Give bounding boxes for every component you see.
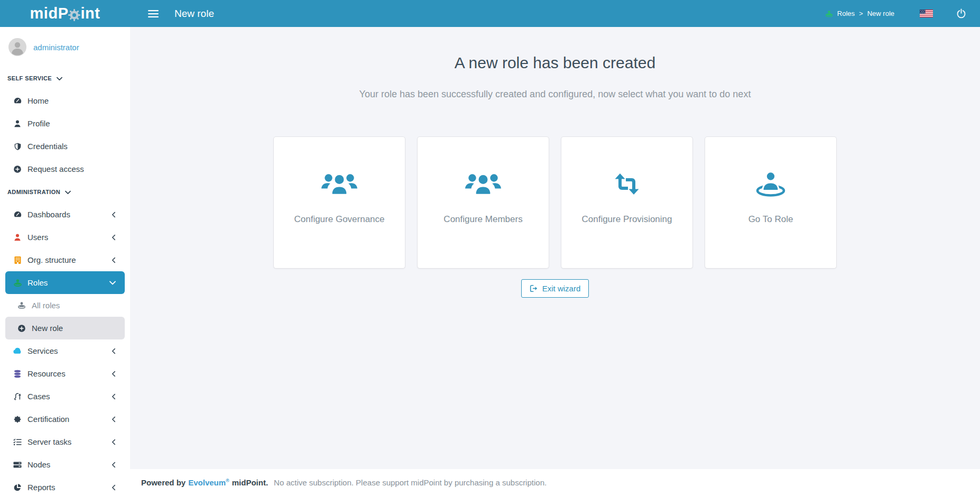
tile-label: Configure Members (443, 214, 522, 225)
tile-configure-governance[interactable]: Configure Governance (273, 136, 405, 269)
chevron-left-icon (112, 257, 116, 263)
evolveum-link[interactable]: Evolveum® (188, 478, 229, 487)
hamburger-menu-icon[interactable] (146, 7, 161, 20)
midpoint-logo[interactable]: midP int (0, 5, 130, 22)
sidebar-item-reports[interactable]: Reports (5, 476, 125, 496)
tile-label: Go To Role (748, 214, 793, 225)
wizard-subheading: Your role has been successfully created … (130, 89, 980, 100)
wizard-tiles: Configure Governance Configure Members (130, 136, 980, 269)
sidebar-item-resources[interactable]: Resources (5, 362, 125, 385)
repeat-icon (609, 163, 644, 205)
chevron-left-icon (112, 393, 116, 400)
main-content: A new role has been created Your role ha… (130, 0, 980, 469)
logout-power-icon[interactable] (955, 7, 967, 20)
seal-icon (12, 415, 23, 424)
user-panel: administrator (0, 27, 130, 67)
footer: Powered by Evolveum® midPoint. No active… (130, 469, 980, 496)
breadcrumb: Roles > New role (825, 10, 894, 17)
tile-label: Configure Governance (294, 214, 384, 225)
sidebar-item-request-access[interactable]: Request access (5, 158, 125, 180)
powered-by-text: Powered by (141, 478, 186, 487)
page-title: New role (174, 8, 214, 20)
tile-configure-members[interactable]: Configure Members (417, 136, 549, 269)
sidebar-item-services[interactable]: Services (5, 339, 125, 362)
sidebar-item-nodes[interactable]: Nodes (5, 453, 125, 476)
chevron-down-icon (65, 190, 71, 195)
role-icon (16, 301, 27, 309)
tile-go-to-role[interactable]: Go To Role (705, 136, 837, 269)
route-icon (12, 392, 23, 401)
user-icon (12, 233, 23, 242)
exit-row: Exit wizard (130, 279, 980, 298)
registered-mark: ® (226, 478, 229, 483)
sidebar-item-cases[interactable]: Cases (5, 385, 125, 408)
section-header-self-service[interactable]: SELF SERVICE (5, 67, 125, 89)
server-icon (12, 461, 23, 469)
sidebar-item-roles[interactable]: Roles (5, 271, 125, 294)
sidebar-item-credentials[interactable]: Credentials (5, 135, 125, 158)
wizard-heading: A new role has been created (130, 53, 980, 73)
chevron-left-icon (112, 416, 116, 422)
sidebar-item-org-structure[interactable]: Org. structure (5, 249, 125, 271)
tachometer-icon (12, 210, 23, 219)
section-header-administration[interactable]: ADMINISTRATION (5, 180, 125, 203)
topbar-right: Roles > New role (825, 7, 980, 20)
product-name: midPoint. (232, 478, 268, 487)
sidebar-item-all-roles[interactable]: All roles (5, 294, 125, 317)
sidebar-item-new-role[interactable]: New role (5, 317, 125, 339)
chevron-left-icon (112, 212, 116, 218)
chevron-left-icon (112, 439, 116, 445)
users-group-icon (320, 163, 359, 205)
sidebar: administrator SELF SERVICE Home Profile … (0, 27, 130, 496)
sidebar-menu: SELF SERVICE Home Profile Credentials Re… (0, 67, 130, 496)
subscription-message: No active subscription. Please support m… (274, 478, 547, 487)
building-icon (12, 256, 23, 264)
sidebar-item-home[interactable]: Home (5, 89, 125, 112)
logo-text-post: int (80, 5, 100, 22)
sidebar-item-server-tasks[interactable]: Server tasks (5, 430, 125, 453)
database-icon (12, 370, 23, 378)
language-flag-us-icon[interactable] (919, 8, 934, 19)
breadcrumb-separator: > (859, 10, 863, 17)
role-icon (12, 279, 23, 287)
tile-configure-provisioning[interactable]: Configure Provisioning (561, 136, 693, 269)
pie-chart-icon (12, 483, 23, 492)
chevron-left-icon (112, 484, 116, 491)
chevron-left-icon (112, 462, 116, 468)
avatar[interactable] (8, 38, 26, 56)
plus-circle-icon (16, 324, 27, 333)
exit-wizard-button[interactable]: Exit wizard (521, 279, 589, 298)
exit-wizard-label: Exit wizard (542, 284, 581, 293)
tasks-icon (12, 438, 23, 446)
top-bar: midP int New role Roles > New (0, 0, 980, 27)
chevron-down-icon (109, 281, 116, 285)
sidebar-item-profile[interactable]: Profile (5, 112, 125, 135)
sidebar-item-certification[interactable]: Certification (5, 408, 125, 430)
chevron-left-icon (112, 234, 116, 241)
chevron-down-icon (57, 77, 62, 81)
users-group-icon (464, 163, 503, 205)
sidebar-item-dashboards[interactable]: Dashboards (5, 203, 125, 226)
breadcrumb-new-role[interactable]: New role (867, 10, 894, 17)
gear-icon (68, 8, 81, 22)
username-link[interactable]: administrator (33, 43, 79, 52)
tile-label: Configure Provisioning (581, 214, 672, 225)
sign-out-icon (530, 284, 538, 292)
plus-circle-icon (12, 165, 23, 173)
cloud-icon (12, 347, 23, 355)
chevron-left-icon (112, 371, 116, 377)
role-icon (754, 163, 787, 205)
breadcrumb-roles[interactable]: Roles (837, 10, 855, 17)
chevron-left-icon (112, 348, 116, 354)
logo-text-pre: midP (30, 5, 69, 22)
user-icon (12, 120, 23, 128)
sidebar-item-users[interactable]: Users (5, 226, 125, 249)
role-icon (825, 10, 833, 17)
tachometer-icon (12, 96, 23, 105)
shield-icon (12, 142, 23, 151)
